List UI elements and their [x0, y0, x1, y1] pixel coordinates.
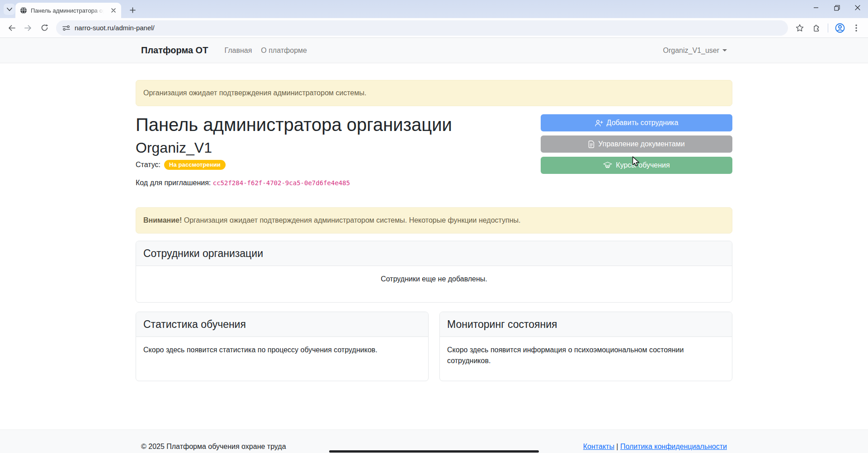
status-label: Статус: — [136, 161, 160, 169]
add-employee-label: Добавить сотрудника — [607, 119, 679, 127]
globe-favicon-icon — [20, 7, 27, 14]
courses-label: Курсы обучения — [616, 161, 670, 169]
kebab-menu-icon — [855, 24, 857, 32]
close-window-button[interactable] — [847, 0, 868, 15]
toolbar-divider — [828, 23, 828, 33]
user-menu-label: Organiz_V1_user — [663, 47, 719, 55]
restore-icon — [834, 5, 840, 11]
browser-tab-strip: Панель администратора орган — [0, 0, 868, 18]
employees-empty-text: Сотрудники еще не добавлены. — [136, 266, 732, 302]
footer-link-contacts[interactable]: Контакты — [583, 443, 614, 450]
manage-documents-label: Управление документами — [598, 140, 684, 148]
stats-card: Статистика обучения Скоро здесь появится… — [136, 312, 429, 381]
page-title: Панель администратора организации — [136, 114, 452, 135]
forward-arrow-icon — [24, 24, 32, 32]
mouse-cursor — [632, 156, 642, 167]
close-icon — [855, 5, 860, 10]
back-arrow-icon — [8, 24, 16, 32]
monitoring-card-title: Мониторинг состояния — [440, 312, 732, 337]
tab-search-button[interactable] — [4, 4, 15, 15]
profile-button[interactable] — [833, 21, 847, 35]
puzzle-icon — [812, 23, 821, 32]
address-bar[interactable]: narro-suot.ru/admin-panel/ — [56, 20, 788, 36]
star-icon — [796, 24, 804, 32]
functions-warning-alert: Внимание! Организация ожидает подтвержде… — [136, 207, 732, 234]
gesture-bar — [329, 450, 539, 453]
pending-alert-text: Организация ожидает подтверждения админи… — [143, 89, 366, 97]
url-text[interactable]: narro-suot.ru/admin-panel/ — [75, 24, 155, 32]
nav-link-home[interactable]: Главная — [220, 43, 256, 58]
employees-card-title: Сотрудники организации — [136, 241, 732, 266]
person-plus-icon — [595, 120, 603, 126]
warning-rest-text: Организация ожидает подтверждения админи… — [182, 216, 520, 224]
window-controls — [806, 0, 868, 15]
site-footer: © 2025 Платформа обучения охране труда К… — [0, 430, 868, 453]
invite-code-value: cc52f284-f62f-4702-9ca5-0e7d6fe4e485 — [213, 179, 350, 187]
chevron-down-icon — [722, 49, 727, 51]
browser-tab[interactable]: Панель администратора орган — [15, 3, 121, 18]
browser-toolbar: narro-suot.ru/admin-panel/ — [0, 18, 868, 38]
document-icon — [588, 140, 594, 148]
action-buttons: Добавить сотрудника Управление документа… — [541, 114, 732, 187]
site-info-icon[interactable] — [62, 25, 70, 31]
bookmark-button[interactable] — [793, 21, 807, 35]
mortarboard-icon — [603, 162, 612, 169]
stats-card-body: Скоро здесь появится статистика по проце… — [136, 337, 428, 370]
footer-links-separator: | — [614, 443, 620, 450]
chevron-down-icon — [7, 8, 12, 11]
status-badge: На рассмотрении — [164, 160, 226, 170]
pending-alert: Организация ожидает подтверждения админи… — [136, 80, 732, 106]
organization-name: Organiz_V1 — [136, 139, 452, 156]
reload-button[interactable] — [37, 21, 52, 35]
page-content: Платформа ОТ Главная О платформе Organiz… — [0, 38, 868, 453]
forward-button[interactable] — [21, 21, 35, 35]
tab-title: Панель администратора орган — [31, 7, 106, 14]
brand-link[interactable]: Платформа ОТ — [141, 45, 208, 56]
footer-copyright: © 2025 Платформа обучения охране труда — [141, 443, 286, 451]
profile-avatar-icon — [835, 23, 845, 33]
warning-bold-text: Внимание! — [143, 216, 182, 224]
employees-card: Сотрудники организации Сотрудники еще не… — [136, 241, 732, 303]
stats-card-title: Статистика обучения — [136, 312, 428, 337]
restore-button[interactable] — [826, 0, 847, 15]
monitoring-card: Мониторинг состояния Скоро здесь появитс… — [439, 312, 732, 381]
reload-icon — [41, 24, 48, 32]
minimize-button[interactable] — [806, 0, 826, 15]
plus-icon — [130, 7, 136, 13]
new-tab-button[interactable] — [127, 4, 138, 16]
user-menu-dropdown[interactable]: Organiz_V1_user — [663, 47, 727, 55]
back-button[interactable] — [5, 21, 19, 35]
site-navbar: Платформа ОТ Главная О платформе Organiz… — [0, 38, 868, 63]
manage-documents-button[interactable]: Управление документами — [541, 135, 732, 153]
nav-link-about[interactable]: О платформе — [256, 43, 311, 58]
monitoring-card-body: Скоро здесь появится информация о психоэ… — [440, 337, 732, 381]
browser-menu-button[interactable] — [849, 21, 863, 35]
add-employee-button[interactable]: Добавить сотрудника — [541, 114, 732, 131]
extensions-button[interactable] — [809, 21, 823, 35]
invite-code-label: Код для приглашения: — [136, 179, 211, 187]
tab-close-icon[interactable] — [109, 6, 118, 14]
minimize-icon — [813, 5, 819, 10]
footer-link-privacy[interactable]: Политика конфиденциальности — [620, 443, 727, 450]
